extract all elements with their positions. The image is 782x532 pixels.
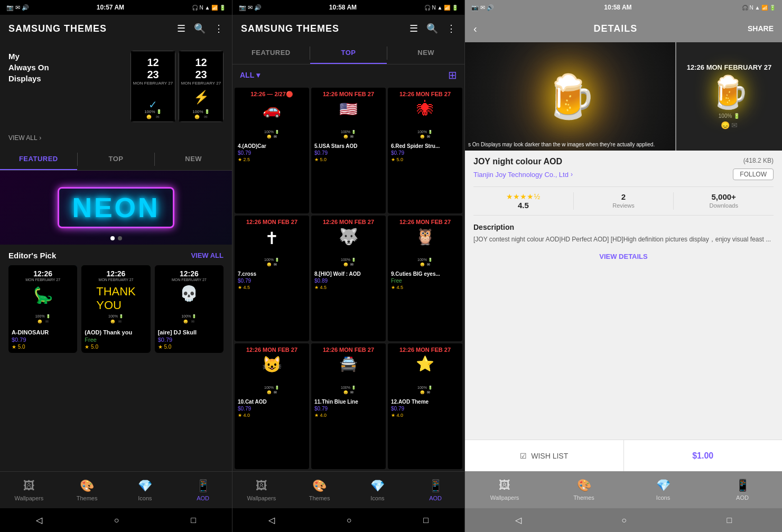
search-icon-2[interactable]: 🔍 (426, 23, 438, 34)
detail-clock-display: 12:26 MON FEBRUARY 27 (687, 63, 771, 71)
view-details-button[interactable]: VIEW DETAILS (473, 248, 774, 265)
recents-btn-3[interactable]: □ (727, 516, 732, 525)
nav-aod-1[interactable]: 📱 AOD (174, 479, 232, 501)
aod-icon-1: 📱 (196, 479, 210, 493)
nav-icons-1[interactable]: 💎 Icons (116, 479, 174, 501)
home-btn-3[interactable]: ○ (621, 516, 627, 525)
grid-item-0[interactable]: 12:26 — 2/27🔴 🚗 100% 🔋 😞✉ 4.(AOD)Car $0.… (235, 88, 309, 213)
editor-card-img-0: 12:26 MON FEBRUARY 27 🦕 100% 🔋 😞✉ (8, 265, 77, 326)
reviews-count: 2 (574, 192, 674, 201)
back-button-3[interactable]: ‹ (473, 23, 477, 35)
nav-label-themes-1: Themes (77, 495, 98, 501)
back-btn-2[interactable]: ◁ (268, 515, 275, 525)
grid-item-7[interactable]: 12:26 MON FEB 27 🚔 100% 🔋 😞✉ 11.Thin Blu… (311, 343, 386, 469)
card-price-2: $0.79 (158, 337, 220, 343)
grid-container: 12:26 — 2/27🔴 🚗 100% 🔋 😞✉ 4.(AOD)Car $0.… (232, 86, 464, 471)
connectivity-icons-1: 🎧 N ▲ 📶 🔋 (192, 5, 226, 11)
tab-new-2[interactable]: NEW (387, 42, 464, 64)
editors-view-all[interactable]: VIEW ALL (191, 251, 224, 259)
nav-themes-2[interactable]: 🎨 Themes (291, 479, 349, 501)
tab-featured-1[interactable]: FEATURED (0, 148, 77, 170)
connectivity-icons-2: 🎧 N ▲ 📶 🔋 (424, 5, 458, 11)
tab-top-2[interactable]: TOP (310, 42, 387, 64)
grid-name-1: 5.USA Stars AOD (314, 143, 383, 149)
buy-button[interactable]: $1.00 (624, 440, 783, 471)
home-btn-1[interactable]: ○ (114, 516, 119, 525)
nav-wallpapers-3[interactable]: 🖼 Wallpapers (465, 479, 544, 501)
grid-price-4: $0.89 (314, 278, 383, 284)
editor-card-img-2: 12:26 MON FEBRUARY 27 💀 100% 🔋 😞✉ (155, 265, 224, 326)
grid-item-8[interactable]: 12:26 MON FEB 27 ⭐ 100% 🔋 😞✉ 12.AOD Them… (388, 343, 462, 469)
back-btn-3[interactable]: ◁ (515, 515, 522, 525)
editors-title: Editor's Pick (8, 251, 56, 260)
wish-list-button[interactable]: ☑ WISH LIST (465, 440, 624, 471)
grid-name-4: 8.[HIO] Wolf : AOD (314, 271, 383, 277)
nav-icons-2[interactable]: 💎 Icons (349, 479, 407, 501)
editor-card-info-1: (AOD) Thank you Free ★ 5.0 (81, 326, 150, 353)
grid-price-6: $0.79 (238, 406, 306, 412)
share-button[interactable]: SHARE (748, 24, 774, 33)
status-right-3: 🎧 N ▲ 📶 🔋 (742, 5, 776, 11)
nav-wallpapers-2[interactable]: 🖼 Wallpapers (232, 479, 291, 501)
aod-icon-2: 📱 (429, 479, 443, 493)
nav-label-wallpapers-1: Wallpapers (15, 495, 44, 501)
grid-toggle-btn[interactable]: ⊞ (448, 69, 457, 81)
aod-thumb-1[interactable]: 12 23 MON FEBRUARY 27 100% 🔋 😞✉ ✓ (131, 51, 175, 122)
nav-aod-3[interactable]: 📱 AOD (703, 479, 782, 501)
view-all-link[interactable]: VIEW ALL › (8, 134, 41, 142)
chevron-down-icon: ▾ (256, 71, 260, 79)
more-icon-1[interactable]: ⋮ (214, 23, 224, 34)
notification-icons-1: 📷 ✉ 🔊 (6, 4, 29, 11)
grid-item-2[interactable]: 12:26 MON FEB 27 🕷 100% 🔋 😞✉ 6.Red Spide… (388, 88, 462, 213)
grid-name-7: 11.Thin Blue Line (314, 399, 383, 405)
nav-label-aod-2: AOD (429, 495, 442, 501)
top-bar-2: SAMSUNG THEMES ☰ 🔍 ⋮ (232, 15, 464, 42)
grid-item-img-0: 12:26 — 2/27🔴 🚗 100% 🔋 😞✉ (235, 88, 309, 141)
grid-price-0: $0.79 (238, 150, 306, 156)
author-link[interactable]: Tianjin Joy Technology Co., Ltd (473, 171, 569, 179)
editor-cards: 12:26 MON FEBRUARY 27 🦕 100% 🔋 😞✉ A-DINO… (8, 265, 224, 353)
view-all-row: VIEW ALL › (0, 130, 232, 148)
tab-top-1[interactable]: TOP (78, 148, 155, 170)
editor-card-0[interactable]: 12:26 MON FEBRUARY 27 🦕 100% 🔋 😞✉ A-DINO… (8, 265, 77, 353)
grid-item-info-7: 11.Thin Blue Line $0.79 ★ 4.0 (311, 396, 386, 421)
grid-item-1[interactable]: 12:26 MON FEB 27 🇺🇸 100% 🔋 😞✉ 5.USA Star… (311, 88, 386, 213)
nav-icons-3[interactable]: 💎 Icons (623, 479, 703, 501)
nav-aod-2[interactable]: 📱 AOD (406, 479, 464, 501)
follow-button[interactable]: FOLLOW (733, 169, 774, 180)
search-icon-1[interactable]: 🔍 (194, 23, 206, 34)
top-bar-icons-1: ☰ 🔍 ⋮ (177, 23, 224, 34)
home-bar-1: ◁ ○ □ (0, 508, 232, 532)
wishlist-icon: ☑ (520, 452, 527, 460)
recents-btn-2[interactable]: □ (423, 516, 429, 525)
menu-icon-2[interactable]: ☰ (409, 23, 418, 34)
nav-themes-3[interactable]: 🎨 Themes (544, 479, 623, 501)
nav-themes-1[interactable]: 🎨 Themes (58, 479, 116, 501)
grid-stars-7: ★ 4.0 (314, 413, 383, 418)
wallpapers-icon-1: 🖼 (23, 479, 35, 493)
grid-stars-1: ★ 5.0 (314, 157, 383, 162)
status-time-3: 10:58 AM (604, 4, 631, 11)
editor-card-2[interactable]: 12:26 MON FEBRUARY 27 💀 100% 🔋 😞✉ [aire]… (155, 265, 224, 353)
editor-card-1[interactable]: 12:26 MON FEBRUARY 27 THANKYOU 100% 🔋 😞✉… (81, 265, 150, 353)
grid-item-5[interactable]: 12:26 MON FEB 27 🦉 100% 🔋 😞✉ 9.Cuties BI… (388, 216, 462, 341)
tab-featured-2[interactable]: FEATURED (232, 42, 310, 64)
aod-thumb-2[interactable]: 12 23 MON FEBRUARY 27 ⚡ 100% 🔋 😞✉ (179, 51, 224, 122)
screen-2: 📷 ✉ 🔊 10:58 AM 🎧 N ▲ 📶 🔋 SAMSUNG THEMES … (232, 0, 465, 532)
grid-item-img-1: 12:26 MON FEB 27 🇺🇸 100% 🔋 😞✉ (311, 88, 386, 141)
more-icon-2[interactable]: ⋮ (446, 23, 456, 34)
home-btn-2[interactable]: ○ (347, 516, 352, 525)
tabs-2: FEATURED TOP NEW (232, 42, 464, 64)
grid-name-5: 9.Cuties BIG eyes... (391, 271, 459, 277)
grid-item-6[interactable]: 12:26 MON FEB 27 😺 100% 🔋 😞✉ 10.Cat AOD … (235, 343, 309, 469)
filter-all-btn[interactable]: ALL ▾ (240, 71, 260, 79)
menu-icon-1[interactable]: ☰ (177, 23, 185, 34)
grid-item-4[interactable]: 12:26 MON FEB 27 🐺 100% 🔋 😞✉ 8.[HIO] Wol… (311, 216, 386, 341)
recents-btn-1[interactable]: □ (191, 516, 196, 525)
aod-previews: 12 23 MON FEBRUARY 27 100% 🔋 😞✉ ✓ 12 23 … (131, 51, 224, 122)
editor-card-img-1: 12:26 MON FEBRUARY 27 THANKYOU 100% 🔋 😞✉ (81, 265, 150, 326)
nav-wallpapers-1[interactable]: 🖼 Wallpapers (0, 479, 58, 501)
back-btn-1[interactable]: ◁ (36, 515, 42, 525)
tab-new-1[interactable]: NEW (155, 148, 232, 170)
grid-item-3[interactable]: 12:26 MON FEB 27 ✝ 100% 🔋 😞✉ 7.cross $0.… (235, 216, 309, 341)
